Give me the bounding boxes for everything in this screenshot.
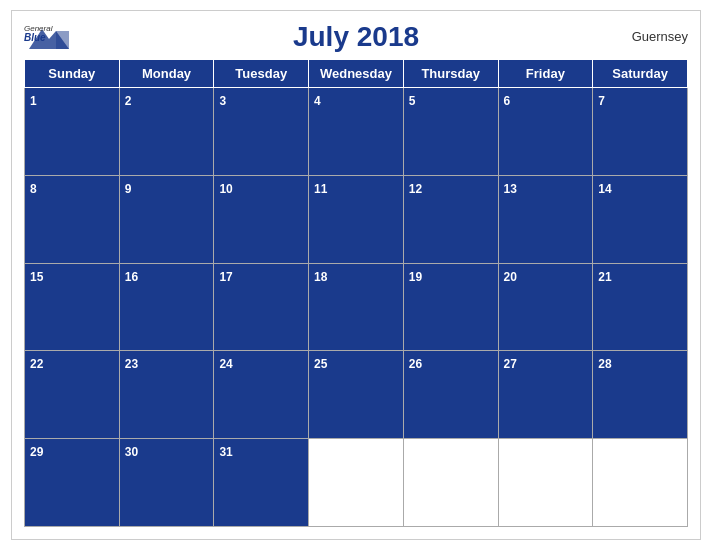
day-cell-11: 11 [309,175,404,263]
col-tuesday: Tuesday [214,60,309,88]
table-row: 1 2 3 4 5 6 7 [25,88,688,176]
day-cell-17: 17 [214,263,309,351]
weekday-header-row: Sunday Monday Tuesday Wednesday Thursday… [25,60,688,88]
day-cell-10: 10 [214,175,309,263]
day-cell-12: 12 [403,175,498,263]
col-saturday: Saturday [593,60,688,88]
day-cell-20: 20 [498,263,593,351]
day-cell-26: 26 [403,351,498,439]
col-wednesday: Wednesday [309,60,404,88]
col-monday: Monday [119,60,214,88]
table-row: 29 30 31 [25,439,688,527]
day-cell-empty-1 [309,439,404,527]
day-cell-27: 27 [498,351,593,439]
table-row: 15 16 17 18 19 20 21 [25,263,688,351]
col-thursday: Thursday [403,60,498,88]
day-cell-13: 13 [498,175,593,263]
title-area: July 2018 [293,21,419,53]
day-cell-24: 24 [214,351,309,439]
day-cell-empty-4 [593,439,688,527]
day-cell-15: 15 [25,263,120,351]
region-label: Guernsey [632,29,688,44]
day-cell-empty-2 [403,439,498,527]
day-cell-21: 21 [593,263,688,351]
day-cell-18: 18 [309,263,404,351]
day-cell-3: 3 [214,88,309,176]
day-cell-22: 22 [25,351,120,439]
day-cell-9: 9 [119,175,214,263]
day-cell-23: 23 [119,351,214,439]
day-cell-2: 2 [119,88,214,176]
col-sunday: Sunday [25,60,120,88]
day-cell-31: 31 [214,439,309,527]
day-cell-16: 16 [119,263,214,351]
calendar-table: Sunday Monday Tuesday Wednesday Thursday… [24,59,688,527]
logo-area: General Blue [24,21,74,51]
day-cell-7: 7 [593,88,688,176]
day-cell-1: 1 [25,88,120,176]
day-cell-8: 8 [25,175,120,263]
day-cell-14: 14 [593,175,688,263]
calendar-tbody: 1 2 3 4 5 6 7 8 9 10 11 12 13 14 15 16 [25,88,688,527]
svg-text:Blue: Blue [24,32,46,43]
calendar-container: General Blue July 2018 Guernsey Sunday M… [11,10,701,540]
table-row: 8 9 10 11 12 13 14 [25,175,688,263]
calendar-thead: Sunday Monday Tuesday Wednesday Thursday… [25,60,688,88]
day-cell-empty-3 [498,439,593,527]
calendar-title: July 2018 [293,21,419,53]
day-cell-28: 28 [593,351,688,439]
day-cell-5: 5 [403,88,498,176]
logo-icon: General Blue [24,21,74,51]
table-row: 22 23 24 25 26 27 28 [25,351,688,439]
day-cell-6: 6 [498,88,593,176]
day-cell-19: 19 [403,263,498,351]
day-cell-25: 25 [309,351,404,439]
day-cell-4: 4 [309,88,404,176]
col-friday: Friday [498,60,593,88]
calendar-header: General Blue July 2018 Guernsey [24,21,688,53]
svg-marker-1 [56,31,69,49]
day-cell-30: 30 [119,439,214,527]
day-cell-29: 29 [25,439,120,527]
